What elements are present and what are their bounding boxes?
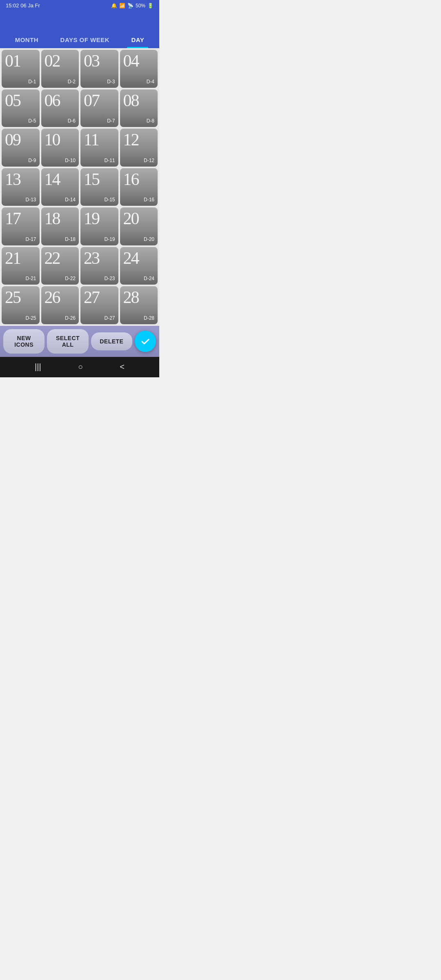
day-number: 23 xyxy=(84,249,115,267)
day-icon-d-6[interactable]: 06D-6 xyxy=(41,89,79,127)
tab-days-of-week[interactable]: DAYS OF WEEK xyxy=(56,31,114,48)
day-label: D-2 xyxy=(68,79,76,85)
day-icon-d-27[interactable]: 27D-27 xyxy=(80,286,118,324)
day-number: 07 xyxy=(84,92,115,109)
checkmark-icon xyxy=(140,336,151,347)
day-number: 09 xyxy=(5,131,36,148)
day-number: 24 xyxy=(123,249,155,267)
day-label: D-6 xyxy=(68,118,76,124)
day-label: D-9 xyxy=(28,158,36,163)
day-icon-d-19[interactable]: 19D-19 xyxy=(80,207,118,245)
day-number: 13 xyxy=(5,171,36,188)
day-icon-d-26[interactable]: 26D-26 xyxy=(41,286,79,324)
day-number: 20 xyxy=(123,210,155,227)
day-label: D-5 xyxy=(28,118,36,124)
day-label: D-19 xyxy=(104,236,115,242)
day-icon-d-18[interactable]: 18D-18 xyxy=(41,207,79,245)
day-number: 28 xyxy=(123,289,155,306)
day-icon-d-4[interactable]: 04D-4 xyxy=(120,50,158,88)
day-number: 03 xyxy=(84,52,115,69)
day-label: D-1 xyxy=(28,79,36,85)
day-number: 27 xyxy=(84,289,115,306)
delete-button[interactable]: DELETE xyxy=(91,332,132,350)
header-area xyxy=(0,11,159,31)
day-number: 22 xyxy=(45,249,76,267)
new-icons-button[interactable]: NEW ICONS xyxy=(3,329,45,354)
day-label: D-10 xyxy=(65,158,76,163)
back-icon[interactable]: < xyxy=(120,362,125,372)
day-number: 16 xyxy=(123,171,155,188)
day-label: D-8 xyxy=(147,118,154,124)
day-label: D-26 xyxy=(65,315,76,321)
day-label: D-3 xyxy=(107,79,115,85)
day-label: D-7 xyxy=(107,118,115,124)
day-icon-d-21[interactable]: 21D-21 xyxy=(2,247,40,285)
status-time-date: 15:02 06 Ja Fr xyxy=(6,2,40,9)
tab-day[interactable]: DAY xyxy=(127,31,148,48)
day-icon-d-10[interactable]: 10D-10 xyxy=(41,129,79,167)
day-label: D-20 xyxy=(144,236,154,242)
day-icon-grid: 01D-102D-203D-304D-405D-506D-607D-708D-8… xyxy=(0,48,159,326)
alarm-icon: 🔔 xyxy=(111,3,117,9)
day-icon-d-28[interactable]: 28D-28 xyxy=(120,286,158,324)
day-number: 14 xyxy=(45,171,76,188)
tab-bar: MONTH DAYS OF WEEK DAY xyxy=(0,31,159,48)
day-icon-d-8[interactable]: 08D-8 xyxy=(120,89,158,127)
select-all-button[interactable]: SELECT ALL xyxy=(47,329,88,354)
day-label: D-14 xyxy=(65,197,76,203)
status-bar: 15:02 06 Ja Fr 🔔 📶 📡 50% 🔋 xyxy=(0,0,159,11)
day-label: D-11 xyxy=(104,158,115,163)
status-icons: 🔔 📶 📡 50% 🔋 xyxy=(111,3,154,9)
day-icon-d-2[interactable]: 02D-2 xyxy=(41,50,79,88)
day-icon-d-13[interactable]: 13D-13 xyxy=(2,168,40,206)
day-number: 21 xyxy=(5,249,36,267)
day-icon-d-12[interactable]: 12D-12 xyxy=(120,129,158,167)
day-number: 26 xyxy=(45,289,76,306)
day-icon-d-14[interactable]: 14D-14 xyxy=(41,168,79,206)
day-number: 15 xyxy=(84,171,115,188)
day-icon-d-17[interactable]: 17D-17 xyxy=(2,207,40,245)
day-number: 10 xyxy=(45,131,76,148)
day-icon-d-16[interactable]: 16D-16 xyxy=(120,168,158,206)
day-icon-d-24[interactable]: 24D-24 xyxy=(120,247,158,285)
day-icon-d-7[interactable]: 07D-7 xyxy=(80,89,118,127)
day-label: D-27 xyxy=(104,315,115,321)
day-number: 12 xyxy=(123,131,155,148)
day-label: D-25 xyxy=(25,315,36,321)
day-label: D-22 xyxy=(65,276,76,281)
day-number: 11 xyxy=(84,131,115,148)
wifi-icon: 📶 xyxy=(119,3,125,9)
recent-apps-icon[interactable]: ||| xyxy=(35,362,41,372)
day-icon-d-5[interactable]: 05D-5 xyxy=(2,89,40,127)
day-icon-d-9[interactable]: 09D-9 xyxy=(2,129,40,167)
day-number: 06 xyxy=(45,92,76,109)
tab-month[interactable]: MONTH xyxy=(11,31,43,48)
day-label: D-28 xyxy=(144,315,154,321)
day-icon-d-20[interactable]: 20D-20 xyxy=(120,207,158,245)
day-icon-d-25[interactable]: 25D-25 xyxy=(2,286,40,324)
day-icon-d-1[interactable]: 01D-1 xyxy=(2,50,40,88)
day-icon-d-22[interactable]: 22D-22 xyxy=(41,247,79,285)
day-label: D-4 xyxy=(147,79,154,85)
day-number: 08 xyxy=(123,92,155,109)
day-icon-d-23[interactable]: 23D-23 xyxy=(80,247,118,285)
confirm-fab-button[interactable] xyxy=(135,331,156,352)
day-icon-d-3[interactable]: 03D-3 xyxy=(80,50,118,88)
home-icon[interactable]: ○ xyxy=(78,362,83,372)
svg-point-0 xyxy=(140,336,151,347)
day-number: 02 xyxy=(45,52,76,69)
system-nav-bar: ||| ○ < xyxy=(0,357,159,377)
bottom-toolbar: NEW ICONS SELECT ALL DELETE xyxy=(0,326,159,357)
day-label: D-12 xyxy=(144,158,154,163)
day-number: 01 xyxy=(5,52,36,69)
day-label: D-18 xyxy=(65,236,76,242)
day-icon-d-11[interactable]: 11D-11 xyxy=(80,129,118,167)
day-label: D-24 xyxy=(144,276,154,281)
day-number: 04 xyxy=(123,52,155,69)
day-number: 25 xyxy=(5,289,36,306)
day-number: 18 xyxy=(45,210,76,227)
battery-icon: 🔋 xyxy=(147,3,154,9)
day-number: 19 xyxy=(84,210,115,227)
day-icon-d-15[interactable]: 15D-15 xyxy=(80,168,118,206)
day-number: 05 xyxy=(5,92,36,109)
